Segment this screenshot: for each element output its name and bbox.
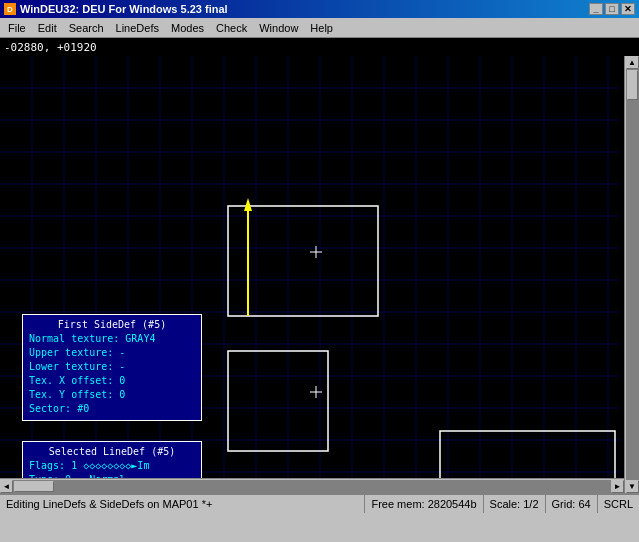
sidedef-row-1: Upper texture: - (29, 346, 195, 360)
menu-check[interactable]: Check (210, 20, 253, 36)
linedef-title: Selected LineDef (#5) (29, 446, 195, 457)
app-icon: D (4, 3, 16, 15)
status-scale: Scale: 1/2 (484, 495, 546, 513)
vertical-scrollbar[interactable]: ▲ ▼ (624, 56, 639, 493)
map-canvas: Normal (0, 56, 639, 493)
status-bar: Editing LineDefs & SideDefs on MAP01 *+ … (0, 493, 639, 513)
status-scrl: SCRL (598, 495, 639, 513)
title-bar-controls[interactable]: _ □ ✕ (589, 3, 635, 15)
maximize-button[interactable]: □ (605, 3, 619, 15)
status-grid: Grid: 64 (546, 495, 598, 513)
scroll-up-button[interactable]: ▲ (626, 56, 639, 69)
close-button[interactable]: ✕ (621, 3, 635, 15)
horizontal-scrollbar[interactable]: ◄ ► (0, 478, 624, 493)
window-title: WinDEU32: DEU For Windows 5.23 final (20, 3, 228, 15)
sidedef-row-4: Tex. Y offset: 0 (29, 388, 195, 402)
menu-window[interactable]: Window (253, 20, 304, 36)
linedef-row-0: Flags: 1 ◇◇◇◇◇◇◇◇►Im (29, 459, 195, 473)
horizontal-scroll-track[interactable] (13, 480, 611, 493)
sidedef-row-3: Tex. X offset: 0 (29, 374, 195, 388)
menu-help[interactable]: Help (304, 20, 339, 36)
menu-linedefs[interactable]: LineDefs (110, 20, 165, 36)
first-sidedef-panel: First SideDef (#5) Normal texture: GRAY4… (22, 314, 202, 421)
scroll-down-button[interactable]: ▼ (626, 480, 639, 493)
vertical-scroll-thumb[interactable] (627, 70, 638, 100)
canvas-area[interactable]: Normal First SideDef (#5) Normal texture… (0, 56, 639, 493)
status-mode: Editing LineDefs & SideDefs on MAP01 *+ (0, 495, 365, 513)
menu-bar: File Edit Search LineDefs Modes Check Wi… (0, 18, 639, 38)
horizontal-scroll-thumb[interactable] (14, 481, 54, 492)
menu-edit[interactable]: Edit (32, 20, 63, 36)
first-sidedef-title: First SideDef (#5) (29, 319, 195, 330)
minimize-button[interactable]: _ (589, 3, 603, 15)
sidedef-row-0: Normal texture: GRAY4 (29, 332, 195, 346)
vertical-scroll-track[interactable] (626, 69, 639, 480)
coordinates-display: -02880, +01920 (4, 41, 97, 54)
menu-search[interactable]: Search (63, 20, 110, 36)
menu-modes[interactable]: Modes (165, 20, 210, 36)
sidedef-row-5: Sector: #0 (29, 402, 195, 416)
scroll-left-button[interactable]: ◄ (0, 480, 13, 493)
sidedef-row-2: Lower texture: - (29, 360, 195, 374)
status-memory: Free mem: 2820544b (365, 495, 483, 513)
coords-bar: -02880, +01920 (0, 38, 639, 56)
title-bar: D WinDEU32: DEU For Windows 5.23 final _… (0, 0, 639, 18)
title-bar-left: D WinDEU32: DEU For Windows 5.23 final (4, 3, 228, 15)
scroll-right-button[interactable]: ► (611, 480, 624, 493)
menu-file[interactable]: File (2, 20, 32, 36)
